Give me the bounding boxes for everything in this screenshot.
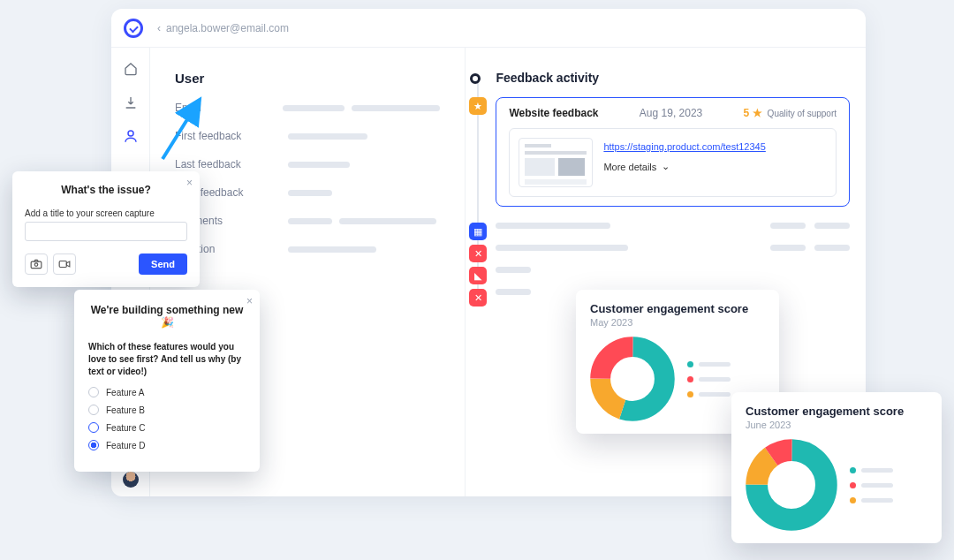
close-icon[interactable]: × — [246, 295, 253, 307]
sc-sub: May 2023 — [590, 317, 765, 328]
megaphone-icon: ◣ — [469, 267, 487, 284]
svg-point-7 — [612, 359, 653, 399]
svg-rect-1 — [31, 261, 42, 269]
sc-title: Customer engagement score — [746, 405, 928, 418]
survey-question: Which of these features would you love t… — [88, 341, 246, 378]
survey-modal: × We're building something new 🎉 Which o… — [74, 290, 260, 472]
download-icon[interactable] — [122, 94, 140, 111]
calendar-icon: ▦ — [469, 223, 487, 240]
svg-point-11 — [769, 463, 814, 507]
fb-tag: Quality of support — [768, 109, 837, 118]
bug-icon: ✕ — [469, 245, 487, 262]
score-card-june: Customer engagement score June 2023 — [731, 392, 942, 543]
svg-rect-3 — [59, 261, 66, 268]
option-b[interactable]: Feature B — [88, 405, 246, 415]
more-details[interactable]: More details⌄ — [603, 161, 765, 172]
issue-label: Add a title to your screen capture — [25, 208, 187, 218]
svg-point-2 — [34, 263, 38, 267]
star-icon: ★ — [469, 97, 487, 115]
fb-name: Website feedback — [509, 107, 598, 119]
logo-icon — [124, 19, 143, 38]
sc-sub: June 2023 — [746, 420, 928, 430]
chevron-down-icon: ⌄ — [662, 161, 670, 172]
close-icon[interactable]: × — [186, 177, 193, 189]
option-c[interactable]: Feature C — [88, 422, 246, 433]
send-button[interactable]: Send — [139, 254, 187, 275]
feedback-title: Feedback activity — [496, 71, 850, 85]
breadcrumb[interactable]: angela.bower@email.com — [166, 22, 289, 34]
option-a[interactable]: Feature A — [88, 387, 246, 397]
screenshot-thumb[interactable] — [519, 138, 593, 187]
feedback-card[interactable]: Website feedback Aug 19, 2023 5 ★Quality… — [496, 97, 850, 207]
issue-title: What's the issue? — [25, 184, 187, 196]
legend — [850, 467, 893, 503]
home-icon[interactable] — [122, 60, 140, 78]
timeline-dot — [470, 73, 481, 84]
header: ‹ angela.bower@email.com — [111, 9, 866, 48]
back-icon[interactable]: ‹ — [157, 22, 161, 34]
avatar[interactable] — [123, 472, 139, 488]
legend — [687, 361, 731, 397]
fb-date: Aug 19, 2023 — [640, 107, 702, 119]
svg-point-0 — [128, 131, 133, 136]
donut-chart-june — [746, 439, 837, 531]
camera-icon[interactable] — [25, 254, 48, 275]
fb-url[interactable]: https://staging.product.com/test12345 — [603, 141, 765, 152]
issue-input[interactable] — [25, 222, 187, 241]
option-d[interactable]: Feature D — [88, 440, 246, 450]
video-icon[interactable] — [53, 254, 76, 275]
bug-icon-2: ✕ — [469, 289, 487, 306]
user-title: User — [175, 71, 440, 86]
user-icon[interactable] — [122, 127, 140, 145]
survey-title: We're building something new 🎉 — [88, 304, 246, 329]
issue-modal: × What's the issue? Add a title to your … — [12, 171, 200, 287]
annotation-arrow — [155, 95, 208, 166]
sc-title: Customer engagement score — [590, 302, 765, 315]
donut-chart-may — [590, 337, 675, 421]
